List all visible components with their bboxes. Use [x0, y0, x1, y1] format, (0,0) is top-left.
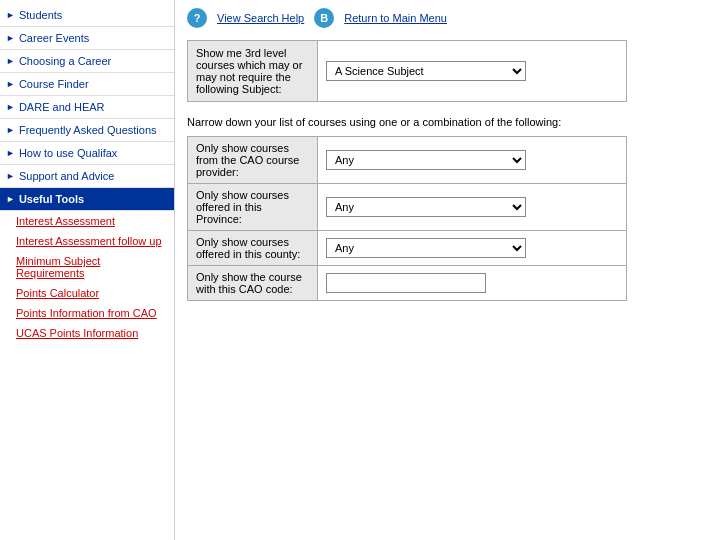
subject-select[interactable]: AnyA Science SubjectMathematicsEnglishIr… — [326, 61, 526, 81]
filter-label-cao-code: Only show the course with this CAO code: — [188, 266, 318, 301]
sidebar-label: Support and Advice — [19, 170, 114, 182]
sidebar-item-how-to[interactable]: ►How to use Qualifax — [0, 142, 174, 165]
filter-row-province: Only show courses offered in this Provin… — [188, 184, 627, 231]
sidebar-sub-interest-assessment[interactable]: Interest Assessment — [0, 211, 174, 231]
sidebar-item-choosing-career[interactable]: ►Choosing a Career — [0, 50, 174, 73]
menu-button[interactable]: B — [314, 8, 334, 28]
arrow-icon: ► — [6, 125, 15, 135]
arrow-icon: ► — [6, 79, 15, 89]
arrow-icon: ► — [6, 102, 15, 112]
arrow-icon: ► — [6, 148, 15, 158]
arrow-icon: ► — [6, 171, 15, 181]
sidebar-sub-min-subject[interactable]: Minimum Subject Requirements — [0, 251, 174, 283]
filter-input-cell-county: Any — [318, 231, 627, 266]
sidebar-item-career-events[interactable]: ►Career Events — [0, 27, 174, 50]
arrow-icon: ► — [6, 33, 15, 43]
subject-row: Show me 3rd level courses which may or m… — [188, 41, 627, 102]
filter-select-province[interactable]: Any — [326, 197, 526, 217]
sidebar-item-support[interactable]: ►Support and Advice — [0, 165, 174, 188]
sidebar-item-course-finder[interactable]: ►Course Finder — [0, 73, 174, 96]
sidebar-sub-points-calc[interactable]: Points Calculator — [0, 283, 174, 303]
filter-select-cao-provider[interactable]: Any — [326, 150, 526, 170]
arrow-icon: ► — [6, 56, 15, 66]
sidebar-label: Students — [19, 9, 62, 21]
subject-select-cell: AnyA Science SubjectMathematicsEnglishIr… — [318, 41, 627, 102]
sidebar-item-faq[interactable]: ►Frequently Asked Questions — [0, 119, 174, 142]
sidebar-item-useful-tools[interactable]: ►Useful Tools — [0, 188, 174, 211]
sidebar-sub-points-cao[interactable]: Points Information from CAO — [0, 303, 174, 323]
sidebar-label: Useful Tools — [19, 193, 84, 205]
filter-label-province: Only show courses offered in this Provin… — [188, 184, 318, 231]
subject-form-table: Show me 3rd level courses which may or m… — [187, 40, 627, 102]
filter-input-cell-cao-provider: Any — [318, 137, 627, 184]
top-bar: ? View Search Help B Return to Main Menu — [187, 8, 708, 28]
filter-text-cao-code[interactable] — [326, 273, 486, 293]
narrow-down-label: Narrow down your list of courses using o… — [187, 116, 708, 128]
view-search-help-link[interactable]: View Search Help — [217, 12, 304, 24]
filter-input-cell-province: Any — [318, 184, 627, 231]
filter-row-county: Only show courses offered in this county… — [188, 231, 627, 266]
sidebar: ►Students►Career Events►Choosing a Caree… — [0, 0, 175, 540]
filter-select-county[interactable]: Any — [326, 238, 526, 258]
sidebar-item-dare-hear[interactable]: ►DARE and HEAR — [0, 96, 174, 119]
filter-row-cao-code: Only show the course with this CAO code: — [188, 266, 627, 301]
help-button[interactable]: ? — [187, 8, 207, 28]
filter-input-cell-cao-code — [318, 266, 627, 301]
sidebar-label: How to use Qualifax — [19, 147, 117, 159]
main-content: ? View Search Help B Return to Main Menu… — [175, 0, 720, 540]
filter-table: Only show courses from the CAO course pr… — [187, 136, 627, 301]
arrow-icon: ► — [6, 10, 15, 20]
sidebar-label: Course Finder — [19, 78, 89, 90]
return-to-main-menu-link[interactable]: Return to Main Menu — [344, 12, 447, 24]
arrow-icon: ► — [6, 194, 15, 204]
sidebar-label: Choosing a Career — [19, 55, 111, 67]
sidebar-item-students[interactable]: ►Students — [0, 4, 174, 27]
sidebar-label: Frequently Asked Questions — [19, 124, 157, 136]
sidebar-label: Career Events — [19, 32, 89, 44]
sidebar-sub-interest-followup[interactable]: Interest Assessment follow up — [0, 231, 174, 251]
filter-label-county: Only show courses offered in this county… — [188, 231, 318, 266]
filter-label-cao-provider: Only show courses from the CAO course pr… — [188, 137, 318, 184]
sidebar-sub-ucas-points[interactable]: UCAS Points Information — [0, 323, 174, 343]
filter-row-cao-provider: Only show courses from the CAO course pr… — [188, 137, 627, 184]
sidebar-label: DARE and HEAR — [19, 101, 105, 113]
subject-label: Show me 3rd level courses which may or m… — [188, 41, 318, 102]
